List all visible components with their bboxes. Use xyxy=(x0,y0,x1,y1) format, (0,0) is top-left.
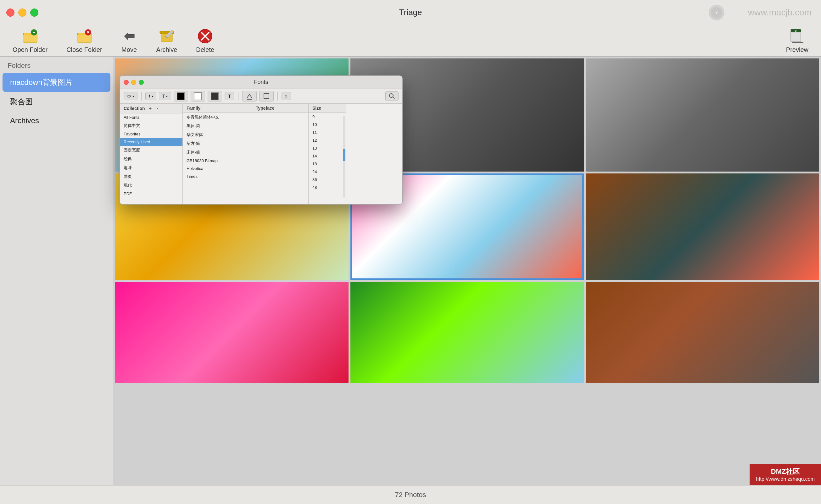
photo-cell-7[interactable] xyxy=(115,282,349,383)
size-item-14[interactable]: 14 xyxy=(309,152,346,160)
title-bar: Triage xyxy=(0,0,821,25)
collection-item-jiantizh[interactable]: 简体中文 xyxy=(120,121,182,130)
close-folder-icon: ✕ xyxy=(76,28,92,44)
minimize-button[interactable] xyxy=(18,8,26,17)
fonts-traffic-lights[interactable] xyxy=(124,80,144,85)
size-item-9[interactable]: 9 xyxy=(309,113,346,121)
family-item-dongjing[interactable]: 冬青黑体简体中文 xyxy=(183,113,252,122)
fonts-close-button[interactable] xyxy=(124,80,129,85)
preview-button[interactable]: ▼ Preview xyxy=(786,28,808,53)
photo-cell-6[interactable] xyxy=(586,173,819,280)
fonts-box-btn[interactable] xyxy=(259,91,274,101)
fonts-italic-btn[interactable]: I xyxy=(145,92,156,100)
folders-section-header: Folders xyxy=(0,57,113,72)
close-button[interactable] xyxy=(6,8,14,17)
status-bar: 72 Photos xyxy=(0,485,821,504)
typeface-column: Typeface xyxy=(252,104,309,204)
remove-collection-button[interactable]: - xyxy=(155,106,159,111)
family-header: Family xyxy=(183,104,252,113)
preview-label: Preview xyxy=(786,46,808,53)
svg-text:✕: ✕ xyxy=(86,30,90,35)
archive-icon xyxy=(158,28,175,44)
svg-rect-20 xyxy=(264,94,269,99)
collection-item-all-fonts[interactable]: All Fonts xyxy=(120,113,182,121)
move-label: Move xyxy=(121,46,137,53)
size-item-24[interactable]: 24 xyxy=(309,168,346,176)
size-scrollbar-thumb[interactable] xyxy=(343,149,345,161)
collection-item-fixed-width[interactable]: 固定宽度 xyxy=(120,146,182,155)
size-item-11[interactable]: 11 xyxy=(309,129,346,136)
fonts-search-btn[interactable] xyxy=(385,91,399,101)
family-item-times[interactable]: Times xyxy=(183,173,252,180)
sidebar-item-macdown[interactable]: macdown背景图片 xyxy=(3,73,110,92)
move-button[interactable]: Move xyxy=(121,28,137,53)
fonts-settings-btn[interactable]: ⚙ xyxy=(124,92,137,100)
fonts-color-black[interactable] xyxy=(173,91,188,101)
size-scrollbar[interactable] xyxy=(343,116,345,198)
collection-item-jingdian[interactable]: 经典 xyxy=(120,155,182,163)
collection-item-favorites[interactable]: Favorites xyxy=(120,130,182,138)
collection-item-wangye[interactable]: 网页 xyxy=(120,172,182,181)
collection-item-recently-used[interactable]: Recently Used xyxy=(120,138,182,146)
svg-rect-5 xyxy=(77,35,91,42)
fonts-color-page[interactable] xyxy=(190,91,205,101)
family-item-gb18030[interactable]: GB18030 Bitmap xyxy=(183,157,252,165)
size-item-18[interactable]: 18 xyxy=(309,160,346,168)
dmz-badge: DMZ社区 http://www.dmzshequ.com xyxy=(750,464,821,485)
fonts-color-dark[interactable] xyxy=(208,91,222,101)
add-collection-button[interactable]: + xyxy=(147,106,153,111)
svg-rect-1 xyxy=(23,35,37,42)
archive-label: Archive xyxy=(156,46,177,53)
sidebar-item-jihe[interactable]: 聚合图 xyxy=(3,92,110,111)
open-folder-icon: + xyxy=(22,28,38,44)
svg-line-22 xyxy=(393,97,394,99)
collection-column: Collection + - All Fonts 简体中文 Favorites … xyxy=(120,104,183,204)
family-item-helvetica[interactable]: Helvetica xyxy=(183,165,252,173)
collection-item-quwei[interactable]: 趣味 xyxy=(120,163,182,172)
photo-cell-3[interactable] xyxy=(586,58,819,172)
fonts-title-bar: Fonts xyxy=(120,76,402,89)
size-item-13[interactable]: 13 xyxy=(309,144,346,152)
url-text: http://www.dmzshequ.com xyxy=(756,476,815,482)
delete-button[interactable]: Delete xyxy=(196,28,214,53)
fonts-underline-btn[interactable]: T xyxy=(159,92,171,100)
delete-icon xyxy=(197,28,213,44)
close-folder-button[interactable]: ✕ Close Folder xyxy=(66,28,102,53)
maximize-button[interactable] xyxy=(30,8,38,17)
size-item-48[interactable]: 48 xyxy=(309,184,346,191)
dmz-text: DMZ社区 xyxy=(771,467,800,476)
family-column: Family 冬青黑体简体中文 黑体-简 华文宋体 苹方-简 宋体-简 GB18… xyxy=(183,104,252,204)
fonts-text-btn[interactable]: T xyxy=(225,92,234,100)
photo-cell-8[interactable] xyxy=(350,282,584,383)
collection-item-xiandai[interactable]: 现代 xyxy=(120,181,182,190)
size-item-36[interactable]: 36 xyxy=(309,176,346,184)
family-item-pingfang[interactable]: 苹方-简 xyxy=(183,139,252,148)
photo-count: 72 Photos xyxy=(395,491,426,499)
traffic-lights[interactable] xyxy=(6,8,38,17)
typeface-header: Typeface xyxy=(252,104,308,113)
fonts-dialog: Fonts ⚙ I T T » xyxy=(119,75,403,205)
svg-text:+: + xyxy=(32,30,35,35)
open-folder-button[interactable]: + Open Folder xyxy=(13,28,47,53)
family-item-songti[interactable]: 宋体-简 xyxy=(183,148,252,157)
fonts-line-btn[interactable] xyxy=(242,91,257,101)
size-item-12[interactable]: 12 xyxy=(309,136,346,144)
svg-text:▼: ▼ xyxy=(794,30,797,33)
fonts-columns: Collection + - All Fonts 简体中文 Favorites … xyxy=(120,104,402,204)
collection-header: Collection + - xyxy=(120,104,182,113)
photo-cell-9[interactable] xyxy=(586,282,819,383)
preview-icon: ▼ xyxy=(789,28,805,44)
sidebar-item-archives[interactable]: Archives xyxy=(3,112,110,129)
family-item-huawen[interactable]: 华文宋体 xyxy=(183,130,252,139)
svg-point-21 xyxy=(389,94,393,97)
fonts-more-btn[interactable]: » xyxy=(282,92,291,100)
size-header: Size xyxy=(309,104,346,113)
fonts-minimize-button[interactable] xyxy=(131,80,136,85)
delete-label: Delete xyxy=(196,46,214,53)
fonts-maximize-button[interactable] xyxy=(139,80,144,85)
family-item-heiti[interactable]: 黑体-简 xyxy=(183,122,252,130)
size-item-10[interactable]: 10 xyxy=(309,121,346,129)
archive-button[interactable]: Archive xyxy=(156,28,177,53)
fonts-dialog-title: Fonts xyxy=(254,79,268,85)
collection-item-pdf[interactable]: PDF xyxy=(120,190,182,198)
